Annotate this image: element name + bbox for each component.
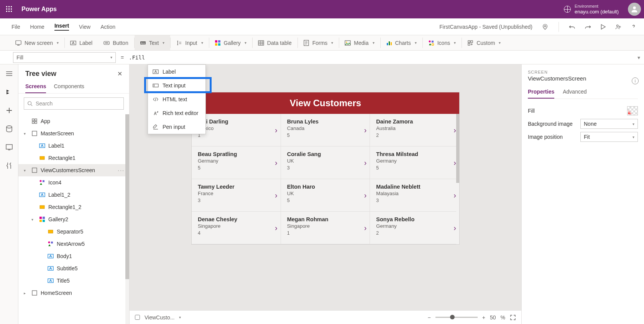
redo-icon[interactable] — [584, 23, 591, 30]
ribbon-gallery[interactable]: Gallery▾ — [209, 35, 252, 50]
tree-node[interactable]: Label1 — [18, 140, 129, 152]
customer-card[interactable]: Bruna LylesCanada5› — [281, 114, 370, 146]
environment-picker[interactable]: Environment enayu.com (default) — [564, 4, 619, 15]
customer-card[interactable]: Denae ChesleySingapore4› — [192, 212, 281, 244]
dropdown-item-label[interactable]: Label — [148, 65, 205, 79]
expand-twisty-icon[interactable]: ▾ — [31, 217, 36, 222]
data-icon[interactable] — [5, 125, 13, 133]
help-icon[interactable] — [630, 23, 637, 30]
fit-to-window-icon[interactable] — [510, 314, 516, 321]
bgimage-select[interactable]: None ▾ — [580, 119, 638, 129]
ribbon-forms[interactable]: Forms▾ — [298, 35, 339, 50]
tree-node[interactable]: Rectangle1 — [18, 152, 129, 164]
ribbon-data-table[interactable]: Data table — [253, 35, 297, 50]
menu-file[interactable]: File — [12, 24, 20, 30]
dropdown-item-pen-input[interactable]: Pen input — [148, 120, 205, 134]
tab-properties[interactable]: Properties — [528, 86, 554, 99]
zoom-thumb[interactable] — [450, 315, 455, 319]
chevron-right-icon[interactable]: › — [453, 158, 456, 167]
tree-node[interactable]: NextArrow5 — [18, 238, 129, 250]
undo-icon[interactable] — [569, 23, 576, 30]
chevron-right-icon[interactable]: › — [275, 224, 278, 232]
tree-node[interactable]: App — [18, 115, 129, 127]
zoom-in-icon[interactable]: + — [482, 314, 485, 321]
tree-node[interactable]: Subtitle5 — [18, 262, 129, 275]
zoom-out-icon[interactable]: − — [428, 314, 431, 321]
tree-view-icon[interactable] — [5, 88, 13, 96]
hamburger-icon[interactable] — [5, 70, 13, 77]
dropdown-item-text-input[interactable]: Text input — [148, 79, 205, 92]
tree-node[interactable]: ▾MasterScreen — [18, 127, 129, 140]
select-screen-checkbox[interactable] — [135, 315, 140, 320]
customer-card[interactable]: Sonya RebelloGermany2› — [370, 212, 459, 244]
ribbon-label[interactable]: Label — [65, 35, 98, 50]
share-icon[interactable] — [615, 23, 622, 30]
expand-formula-icon[interactable]: ▾ — [633, 54, 644, 61]
dropdown-item-rich-text[interactable]: Rich text editor — [148, 106, 205, 120]
app-checker-icon[interactable] — [542, 23, 549, 30]
tree-node[interactable]: Rectangle1_2 — [18, 201, 129, 213]
chevron-right-icon[interactable]: › — [453, 224, 456, 232]
chevron-right-icon[interactable]: › — [364, 126, 367, 135]
tools-icon[interactable] — [5, 162, 13, 169]
media-rail-icon[interactable] — [5, 143, 13, 151]
customer-card[interactable]: Daine ZamoraAustralia2› — [370, 114, 459, 146]
customer-card[interactable]: Thresa MilsteadGermany5› — [370, 146, 459, 179]
ribbon-text[interactable]: Abc Text▾ — [135, 35, 171, 50]
dropdown-item-html-text[interactable]: HTML text — [148, 92, 205, 106]
chevron-right-icon[interactable]: › — [453, 191, 456, 200]
tab-screens[interactable]: Screens — [25, 80, 46, 93]
info-icon[interactable]: i — [632, 77, 639, 84]
fill-color-swatch[interactable] — [627, 106, 638, 115]
chevron-right-icon[interactable]: › — [364, 158, 367, 167]
chevron-right-icon[interactable]: › — [275, 191, 278, 200]
tree-node[interactable]: ▾ViewCustomersScreen··· — [18, 164, 129, 176]
chevron-right-icon[interactable]: › — [453, 126, 456, 135]
menu-view[interactable]: View — [79, 24, 90, 30]
tree-node[interactable]: Separator5 — [18, 225, 129, 238]
user-avatar[interactable] — [628, 3, 641, 16]
ribbon-charts[interactable]: Charts▾ — [381, 35, 422, 50]
expand-twisty-icon[interactable]: ▾ — [24, 132, 28, 136]
customer-card[interactable]: Coralie SangUK3› — [281, 146, 370, 179]
add-icon[interactable] — [5, 107, 13, 114]
chevron-down-icon[interactable]: ▾ — [179, 315, 181, 319]
close-icon[interactable]: ✕ — [117, 70, 122, 77]
zoom-slider[interactable] — [435, 317, 478, 318]
formula-value[interactable]: .Fill — [127, 54, 633, 61]
customer-card[interactable]: Beau SpratlingGermany5› — [192, 146, 281, 179]
gallery-scrollbar-thumb[interactable] — [456, 114, 459, 183]
menu-insert[interactable]: Insert — [54, 23, 69, 31]
customer-card[interactable]: Tawny LeederFrance3› — [192, 179, 281, 212]
tree-search-input[interactable]: Search — [24, 97, 124, 110]
property-selector[interactable]: Fill ▾ — [13, 52, 116, 63]
ribbon-input[interactable]: Input▾ — [171, 35, 209, 50]
tree-node[interactable]: Body1 — [18, 250, 129, 262]
ribbon-button[interactable]: Button — [98, 35, 134, 50]
expand-twisty-icon[interactable]: ▸ — [24, 291, 28, 295]
imgpos-select[interactable]: Fit ▾ — [580, 132, 638, 142]
customer-card[interactable]: Elton HaroUK5› — [281, 179, 370, 212]
chevron-right-icon[interactable]: › — [364, 224, 367, 232]
screen-preview[interactable]: View Customers Viki DarlingMexico1›Bruna… — [191, 92, 460, 245]
app-launcher-icon[interactable] — [3, 3, 15, 15]
expand-twisty-icon[interactable]: ▾ — [24, 168, 28, 173]
ribbon-media[interactable]: Media▾ — [339, 35, 380, 50]
tree-node[interactable]: ▾Gallery2 — [18, 213, 129, 225]
tree-node[interactable]: Title5 — [18, 275, 129, 287]
tree-node[interactable]: Label1_2 — [18, 189, 129, 201]
customer-card[interactable]: Megan RohmanSingapore1› — [281, 212, 370, 244]
chevron-right-icon[interactable]: › — [275, 158, 278, 167]
chevron-right-icon[interactable]: › — [275, 126, 278, 135]
ribbon-custom[interactable]: Custom▾ — [462, 35, 506, 50]
chevron-right-icon[interactable]: › — [364, 191, 367, 200]
tree-node[interactable]: ▸HomeScreen — [18, 287, 129, 299]
tree-node[interactable]: Icon4 — [18, 176, 129, 189]
tab-advanced[interactable]: Advanced — [563, 86, 586, 99]
tree-scrollbar-thumb[interactable] — [125, 114, 129, 279]
tab-components[interactable]: Components — [54, 80, 84, 93]
menu-home[interactable]: Home — [30, 24, 44, 30]
play-icon[interactable] — [600, 23, 606, 30]
more-icon[interactable]: ··· — [118, 167, 125, 173]
ribbon-icons[interactable]: Icons▾ — [423, 35, 462, 50]
